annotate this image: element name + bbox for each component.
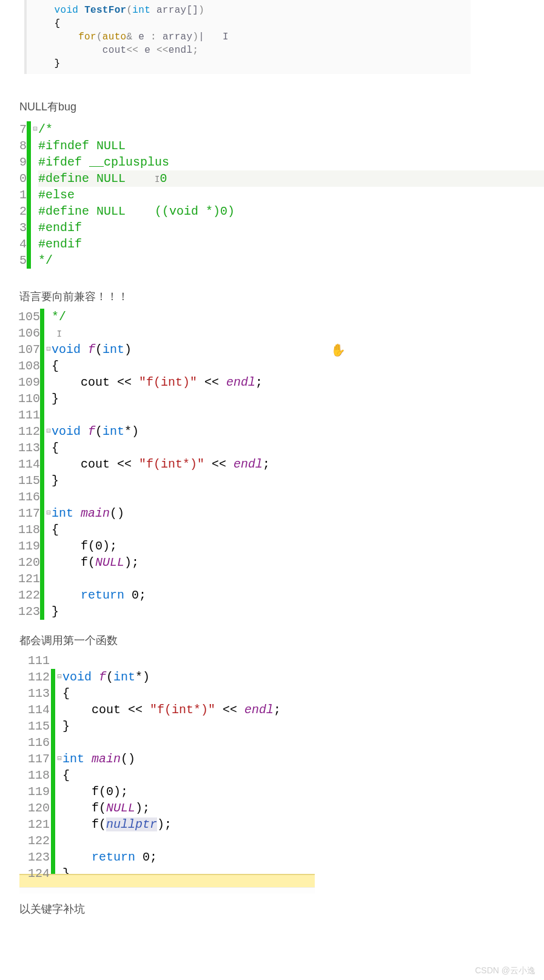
gutter-marker [40, 423, 44, 440]
gutter-marker [51, 849, 55, 865]
gutter-marker [40, 587, 44, 603]
toolbar-strip [19, 887, 315, 893]
gutter-marker [40, 325, 44, 341]
fold-icon [45, 472, 52, 489]
code-line: cout << "f(int)" << endl; [52, 374, 544, 391]
line-number: 115 [18, 472, 39, 489]
gutter-marker [40, 603, 44, 620]
code-line: #define NULL I0 [38, 170, 544, 187]
code-line: f(0); [52, 538, 544, 554]
fold-icon[interactable]: ⊟ [56, 751, 62, 767]
fold-icon[interactable]: ⊟ [45, 423, 52, 440]
fold-icon[interactable]: ⊟ [32, 121, 38, 138]
gutter-marker [40, 391, 44, 407]
line-number: 114 [18, 702, 50, 718]
code-line: */ [38, 252, 544, 269]
code-line: } [62, 865, 544, 874]
line-number: 121 [18, 571, 39, 587]
fold-icon [45, 522, 52, 538]
fold-icon [32, 252, 38, 269]
fold-icon [45, 309, 52, 325]
code-block-null-macro: 7⊟/*8#ifndef NULL9#ifdef __cplusplus0#de… [0, 116, 544, 276]
gutter-marker [40, 571, 44, 587]
fold-icon [56, 849, 62, 865]
fold-icon [32, 170, 38, 187]
fold-icon [32, 220, 38, 236]
fn-name: TestFor [84, 5, 126, 16]
line-number: 1 [19, 187, 25, 203]
code-line [52, 571, 544, 587]
gutter-marker [51, 702, 55, 718]
gutter-marker [27, 203, 31, 220]
line-number: 124 [18, 865, 50, 874]
line-number: 8 [19, 138, 25, 154]
gutter-marker [40, 358, 44, 374]
line-number: 111 [18, 653, 50, 669]
code-line [52, 407, 544, 423]
gutter-marker [51, 800, 55, 816]
code-line: /* [38, 121, 544, 138]
gutter-marker [40, 522, 44, 538]
gutter-marker [51, 833, 55, 849]
kw-void: void [55, 5, 79, 16]
fold-icon [45, 358, 52, 374]
line-number: 120 [18, 800, 50, 816]
line-number: 118 [18, 522, 39, 538]
line-number: 116 [18, 734, 50, 751]
gutter-marker [27, 252, 31, 269]
gutter-marker [51, 685, 55, 702]
line-number: 114 [18, 456, 39, 472]
code-block-testfor: void TestFor(int array[]) { for(auto& e … [24, 0, 471, 74]
gutter-marker [40, 341, 44, 358]
gutter-marker [40, 407, 44, 423]
gutter-marker [40, 554, 44, 571]
fold-icon [56, 685, 62, 702]
fold-icon [45, 489, 52, 505]
fold-icon [56, 653, 62, 669]
line-number: 107 [18, 341, 39, 358]
highlight-strip [19, 874, 315, 887]
paragraph-both-call-first: 都会调用第一个函数 [0, 632, 544, 650]
line-number: 113 [18, 685, 50, 702]
line-number: 113 [18, 440, 39, 456]
line-number: 109 [18, 374, 39, 391]
fold-icon[interactable]: ⊟ [45, 505, 52, 522]
code-line: void f(int*) [62, 669, 544, 685]
gutter-marker [51, 653, 55, 669]
line-number: 112 [18, 669, 50, 685]
fold-icon [56, 784, 62, 800]
line-number: 123 [18, 603, 39, 620]
gutter-marker [40, 309, 44, 325]
line-number: 122 [18, 833, 50, 849]
code-line: */ [52, 309, 544, 325]
code-line [62, 653, 544, 669]
fold-icon[interactable]: ⊟ [45, 341, 52, 358]
line-number: 3 [19, 220, 25, 236]
fold-icon[interactable]: ⊟ [56, 669, 62, 685]
fold-icon [32, 154, 38, 170]
code-line: { [52, 522, 544, 538]
code-line: return 0; [62, 849, 544, 865]
fold-icon [45, 587, 52, 603]
line-number: 115 [18, 718, 50, 734]
gutter-marker [40, 456, 44, 472]
gutter-marker [40, 374, 44, 391]
fold-icon [32, 203, 38, 220]
code-line: { [52, 358, 544, 374]
line-number: 0 [19, 170, 25, 187]
gutter-marker [40, 489, 44, 505]
fold-icon [45, 391, 52, 407]
code-line: { [62, 685, 544, 702]
gutter-marker [40, 440, 44, 456]
code-line: return 0; [52, 587, 544, 603]
line-number: 118 [18, 767, 50, 784]
gutter-marker [51, 767, 55, 784]
line-number: 4 [19, 236, 25, 252]
code-line: int main() [62, 751, 544, 767]
line-number: 117 [18, 751, 50, 767]
code-line: I [52, 325, 544, 341]
gutter-marker [27, 236, 31, 252]
gutter-marker [27, 170, 31, 187]
gutter-marker [40, 505, 44, 522]
line-number: 9 [19, 154, 25, 170]
